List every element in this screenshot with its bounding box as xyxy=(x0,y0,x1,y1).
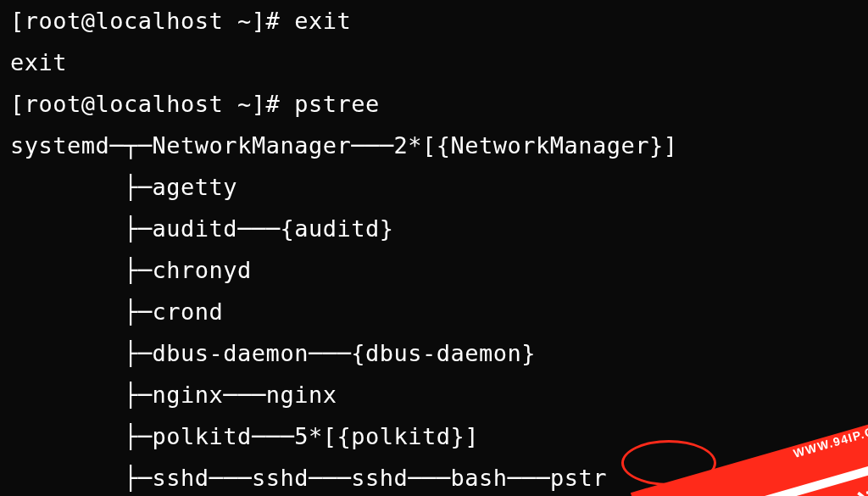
cmd-exit: exit xyxy=(294,8,351,34)
pstree-line-agetty: ├─agetty xyxy=(10,166,868,208)
pstree-line-crond: ├─crond xyxy=(10,291,868,332)
process-bash: bash xyxy=(451,465,508,491)
shell-prompt: [root@localhost ~]# xyxy=(10,91,280,117)
pstree-line-polkitd: ├─polkitd───5*[{polkitd}] xyxy=(10,415,868,457)
pstree-line-chronyd: ├─chronyd xyxy=(10,249,868,291)
pstree-line-dbus: ├─dbus-daemon───{dbus-daemon} xyxy=(10,332,868,374)
prompt-line-2: [root@localhost ~]# pstree xyxy=(10,83,868,125)
output-exit: exit xyxy=(10,42,868,83)
prompt-line-1: [root@localhost ~]# exit xyxy=(10,0,868,42)
terminal-output[interactable]: [root@localhost ~]# exit exit [root@loca… xyxy=(0,0,868,496)
cmd-pstree: pstree xyxy=(294,91,380,117)
pstree-line-root: systemd─┬─NetworkManager───2*[{NetworkMa… xyxy=(10,125,868,166)
shell-prompt: [root@localhost ~]# xyxy=(10,8,280,34)
pstree-line-sshd: ├─sshd───sshd───sshd───bash───pstr xyxy=(10,457,868,496)
pstree-line-auditd: ├─auditd───{auditd} xyxy=(10,208,868,249)
pstree-line-nginx: ├─nginx───nginx xyxy=(10,374,868,415)
